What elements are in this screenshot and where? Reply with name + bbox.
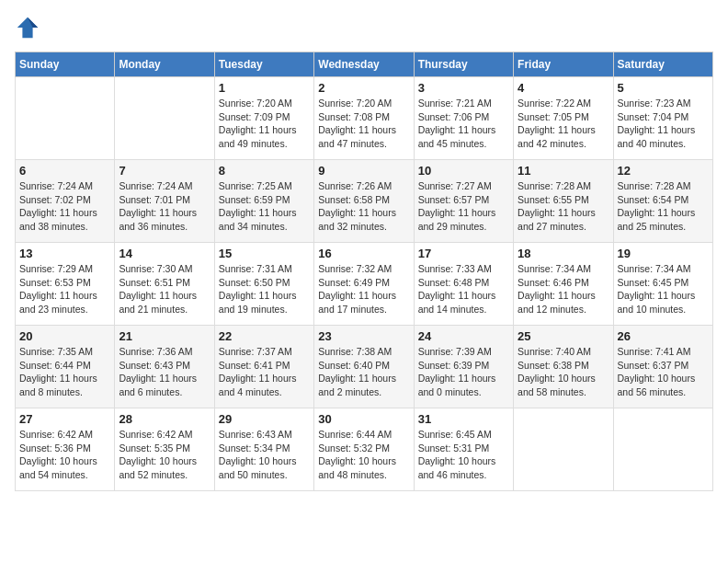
day-info: Sunrise: 7:32 AMSunset: 6:49 PMDaylight:… bbox=[318, 262, 409, 316]
calendar-cell: 1Sunrise: 7:20 AMSunset: 7:09 PMDaylight… bbox=[214, 77, 313, 160]
page-header bbox=[15, 15, 713, 40]
day-number: 18 bbox=[518, 247, 609, 260]
day-info: Sunrise: 7:31 AMSunset: 6:50 PMDaylight:… bbox=[219, 262, 310, 316]
day-info: Sunrise: 6:42 AMSunset: 5:35 PMDaylight:… bbox=[119, 428, 210, 482]
day-number: 10 bbox=[418, 164, 509, 178]
day-info: Sunrise: 7:36 AMSunset: 6:43 PMDaylight:… bbox=[119, 345, 210, 399]
calendar-cell: 17Sunrise: 7:33 AMSunset: 6:48 PMDayligh… bbox=[414, 243, 513, 326]
weekday-header: Monday bbox=[115, 52, 214, 77]
calendar-cell: 6Sunrise: 7:24 AMSunset: 7:02 PMDaylight… bbox=[16, 160, 115, 243]
calendar-cell: 23Sunrise: 7:38 AMSunset: 6:40 PMDayligh… bbox=[314, 326, 414, 408]
day-number: 31 bbox=[418, 412, 509, 426]
logo-icon bbox=[15, 15, 40, 40]
day-number: 13 bbox=[19, 247, 110, 260]
day-number: 16 bbox=[318, 247, 409, 260]
day-number: 15 bbox=[219, 247, 310, 260]
day-number: 29 bbox=[219, 412, 310, 426]
day-info: Sunrise: 7:20 AMSunset: 7:09 PMDaylight:… bbox=[219, 97, 310, 151]
day-number: 8 bbox=[219, 164, 310, 178]
day-number: 28 bbox=[119, 412, 210, 426]
calendar-cell: 28Sunrise: 6:42 AMSunset: 5:35 PMDayligh… bbox=[115, 408, 214, 491]
calendar-week-row: 13Sunrise: 7:29 AMSunset: 6:53 PMDayligh… bbox=[16, 243, 713, 326]
day-info: Sunrise: 7:21 AMSunset: 7:06 PMDaylight:… bbox=[418, 97, 509, 151]
day-number: 6 bbox=[19, 164, 110, 178]
day-info: Sunrise: 7:34 AMSunset: 6:45 PMDaylight:… bbox=[618, 262, 709, 316]
day-info: Sunrise: 7:41 AMSunset: 6:37 PMDaylight:… bbox=[618, 345, 709, 399]
calendar-cell: 25Sunrise: 7:40 AMSunset: 6:38 PMDayligh… bbox=[514, 326, 613, 408]
calendar-cell: 31Sunrise: 6:45 AMSunset: 5:31 PMDayligh… bbox=[414, 408, 513, 491]
calendar-cell: 19Sunrise: 7:34 AMSunset: 6:45 PMDayligh… bbox=[613, 243, 712, 326]
calendar-cell: 29Sunrise: 6:43 AMSunset: 5:34 PMDayligh… bbox=[214, 408, 313, 491]
day-info: Sunrise: 7:20 AMSunset: 7:08 PMDaylight:… bbox=[318, 97, 409, 151]
calendar-cell: 11Sunrise: 7:28 AMSunset: 6:55 PMDayligh… bbox=[514, 160, 613, 243]
calendar-cell: 4Sunrise: 7:22 AMSunset: 7:05 PMDaylight… bbox=[514, 77, 613, 160]
calendar-cell: 15Sunrise: 7:31 AMSunset: 6:50 PMDayligh… bbox=[214, 243, 313, 326]
day-number: 25 bbox=[518, 329, 609, 343]
calendar-cell bbox=[115, 77, 214, 160]
day-info: Sunrise: 6:43 AMSunset: 5:34 PMDaylight:… bbox=[219, 428, 310, 482]
calendar-cell: 24Sunrise: 7:39 AMSunset: 6:39 PMDayligh… bbox=[414, 326, 513, 408]
day-info: Sunrise: 7:24 AMSunset: 7:02 PMDaylight:… bbox=[19, 179, 110, 234]
calendar-cell: 27Sunrise: 6:42 AMSunset: 5:36 PMDayligh… bbox=[16, 408, 115, 491]
calendar-cell: 7Sunrise: 7:24 AMSunset: 7:01 PMDaylight… bbox=[115, 160, 214, 243]
logo bbox=[15, 15, 44, 40]
calendar-cell bbox=[514, 408, 613, 491]
calendar-cell: 22Sunrise: 7:37 AMSunset: 6:41 PMDayligh… bbox=[214, 326, 313, 408]
day-number: 27 bbox=[19, 412, 110, 426]
day-number: 12 bbox=[618, 164, 709, 178]
day-info: Sunrise: 7:28 AMSunset: 6:55 PMDaylight:… bbox=[518, 179, 609, 234]
day-info: Sunrise: 6:44 AMSunset: 5:32 PMDaylight:… bbox=[318, 428, 409, 482]
calendar-cell: 3Sunrise: 7:21 AMSunset: 7:06 PMDaylight… bbox=[414, 77, 513, 160]
day-info: Sunrise: 7:39 AMSunset: 6:39 PMDaylight:… bbox=[418, 345, 509, 399]
day-number: 4 bbox=[518, 81, 609, 95]
calendar-week-row: 6Sunrise: 7:24 AMSunset: 7:02 PMDaylight… bbox=[16, 160, 713, 243]
calendar-cell bbox=[16, 77, 115, 160]
day-number: 1 bbox=[219, 81, 310, 95]
day-info: Sunrise: 7:33 AMSunset: 6:48 PMDaylight:… bbox=[418, 262, 509, 316]
calendar-cell bbox=[613, 408, 712, 491]
day-info: Sunrise: 7:25 AMSunset: 6:59 PMDaylight:… bbox=[219, 179, 310, 234]
calendar-cell: 13Sunrise: 7:29 AMSunset: 6:53 PMDayligh… bbox=[16, 243, 115, 326]
calendar-cell: 9Sunrise: 7:26 AMSunset: 6:58 PMDaylight… bbox=[314, 160, 414, 243]
day-info: Sunrise: 7:40 AMSunset: 6:38 PMDaylight:… bbox=[518, 345, 609, 399]
weekday-header: Tuesday bbox=[214, 52, 313, 77]
day-number: 14 bbox=[119, 247, 210, 260]
calendar-cell: 18Sunrise: 7:34 AMSunset: 6:46 PMDayligh… bbox=[514, 243, 613, 326]
calendar-cell: 2Sunrise: 7:20 AMSunset: 7:08 PMDaylight… bbox=[314, 77, 414, 160]
day-info: Sunrise: 6:42 AMSunset: 5:36 PMDaylight:… bbox=[19, 428, 110, 482]
calendar-cell: 12Sunrise: 7:28 AMSunset: 6:54 PMDayligh… bbox=[613, 160, 712, 243]
calendar-cell: 16Sunrise: 7:32 AMSunset: 6:49 PMDayligh… bbox=[314, 243, 414, 326]
calendar-header-row: SundayMondayTuesdayWednesdayThursdayFrid… bbox=[16, 52, 713, 77]
day-info: Sunrise: 7:29 AMSunset: 6:53 PMDaylight:… bbox=[19, 262, 110, 316]
calendar-cell: 5Sunrise: 7:23 AMSunset: 7:04 PMDaylight… bbox=[613, 77, 712, 160]
day-number: 22 bbox=[219, 329, 310, 343]
calendar-cell: 20Sunrise: 7:35 AMSunset: 6:44 PMDayligh… bbox=[16, 326, 115, 408]
calendar-week-row: 27Sunrise: 6:42 AMSunset: 5:36 PMDayligh… bbox=[16, 408, 713, 491]
day-number: 7 bbox=[119, 164, 210, 178]
day-info: Sunrise: 7:27 AMSunset: 6:57 PMDaylight:… bbox=[418, 179, 509, 234]
day-number: 9 bbox=[318, 164, 409, 178]
calendar-cell: 30Sunrise: 6:44 AMSunset: 5:32 PMDayligh… bbox=[314, 408, 414, 491]
weekday-header: Friday bbox=[514, 52, 613, 77]
weekday-header: Sunday bbox=[16, 52, 115, 77]
day-number: 17 bbox=[418, 247, 509, 260]
calendar-cell: 8Sunrise: 7:25 AMSunset: 6:59 PMDaylight… bbox=[214, 160, 313, 243]
day-number: 24 bbox=[418, 329, 509, 343]
day-number: 26 bbox=[618, 329, 709, 343]
day-info: Sunrise: 7:34 AMSunset: 6:46 PMDaylight:… bbox=[518, 262, 609, 316]
weekday-header: Saturday bbox=[613, 52, 712, 77]
calendar-week-row: 20Sunrise: 7:35 AMSunset: 6:44 PMDayligh… bbox=[16, 326, 713, 408]
day-info: Sunrise: 7:30 AMSunset: 6:51 PMDaylight:… bbox=[119, 262, 210, 316]
day-info: Sunrise: 7:37 AMSunset: 6:41 PMDaylight:… bbox=[219, 345, 310, 399]
day-info: Sunrise: 7:24 AMSunset: 7:01 PMDaylight:… bbox=[119, 179, 210, 234]
day-number: 30 bbox=[318, 412, 409, 426]
day-number: 20 bbox=[19, 329, 110, 343]
calendar-cell: 26Sunrise: 7:41 AMSunset: 6:37 PMDayligh… bbox=[613, 326, 712, 408]
day-number: 23 bbox=[318, 329, 409, 343]
day-number: 11 bbox=[518, 164, 609, 178]
day-info: Sunrise: 6:45 AMSunset: 5:31 PMDaylight:… bbox=[418, 428, 509, 482]
day-number: 2 bbox=[318, 81, 409, 95]
calendar-cell: 21Sunrise: 7:36 AMSunset: 6:43 PMDayligh… bbox=[115, 326, 214, 408]
day-number: 5 bbox=[618, 81, 709, 95]
calendar-table: SundayMondayTuesdayWednesdayThursdayFrid… bbox=[15, 52, 713, 491]
